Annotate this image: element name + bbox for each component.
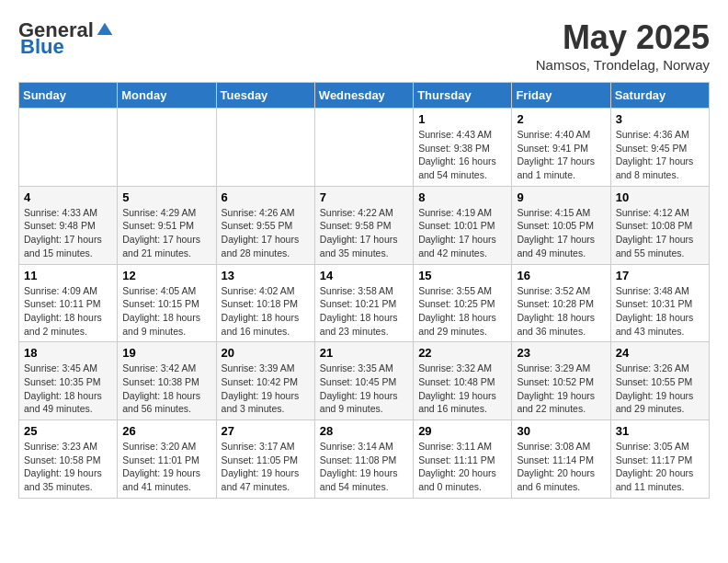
calendar-cell: 11Sunrise: 4:09 AMSunset: 10:11 PMDaylig… bbox=[19, 264, 118, 342]
day-info: Sunrise: 3:32 AMSunset: 10:48 PMDaylight… bbox=[418, 362, 506, 416]
day-number: 19 bbox=[122, 346, 210, 360]
logo-blue-text: Blue bbox=[20, 35, 64, 59]
day-number: 1 bbox=[418, 112, 506, 126]
calendar-cell: 13Sunrise: 4:02 AMSunset: 10:18 PMDaylig… bbox=[216, 264, 314, 342]
day-info: Sunrise: 3:20 AMSunset: 11:01 PMDaylight… bbox=[122, 440, 210, 494]
calendar-cell: 5Sunrise: 4:29 AMSunset: 9:51 PMDaylight… bbox=[118, 186, 216, 264]
day-number: 17 bbox=[616, 269, 704, 282]
logo: General Blue bbox=[18, 18, 114, 59]
day-info: Sunrise: 3:14 AMSunset: 11:08 PMDaylight… bbox=[320, 440, 408, 494]
calendar-cell: 6Sunrise: 4:26 AMSunset: 9:55 PMDaylight… bbox=[216, 186, 314, 264]
day-number: 15 bbox=[418, 269, 506, 282]
day-info: Sunrise: 4:09 AMSunset: 10:11 PMDaylight… bbox=[24, 284, 112, 339]
calendar-cell: 20Sunrise: 3:39 AMSunset: 10:42 PMDaylig… bbox=[216, 342, 314, 420]
day-info: Sunrise: 4:29 AMSunset: 9:51 PMDaylight:… bbox=[122, 206, 210, 260]
day-info: Sunrise: 4:15 AMSunset: 10:05 PMDaylight… bbox=[517, 206, 605, 260]
calendar-cell: 31Sunrise: 3:05 AMSunset: 11:17 PMDaylig… bbox=[610, 420, 709, 499]
calendar-cell: 26Sunrise: 3:20 AMSunset: 11:01 PMDaylig… bbox=[118, 420, 216, 499]
day-number: 6 bbox=[222, 190, 310, 204]
calendar-cell: 21Sunrise: 3:35 AMSunset: 10:45 PMDaylig… bbox=[314, 342, 413, 420]
day-info: Sunrise: 3:58 AMSunset: 10:21 PMDaylight… bbox=[320, 284, 408, 339]
day-number: 3 bbox=[616, 112, 704, 126]
logo-icon bbox=[96, 21, 114, 40]
day-number: 4 bbox=[24, 190, 112, 204]
weekday-header-monday: Monday bbox=[118, 83, 216, 109]
calendar-cell: 3Sunrise: 4:36 AMSunset: 9:45 PMDaylight… bbox=[610, 109, 709, 187]
day-number: 22 bbox=[418, 346, 506, 360]
day-number: 31 bbox=[616, 424, 704, 438]
day-number: 14 bbox=[320, 269, 408, 282]
weekday-header-saturday: Saturday bbox=[610, 83, 709, 109]
calendar-table: SundayMondayTuesdayWednesdayThursdayFrid… bbox=[18, 82, 710, 499]
calendar-cell: 15Sunrise: 3:55 AMSunset: 10:25 PMDaylig… bbox=[414, 264, 512, 342]
day-info: Sunrise: 4:40 AMSunset: 9:41 PMDaylight:… bbox=[517, 128, 605, 182]
week-row-2: 4Sunrise: 4:33 AMSunset: 9:48 PMDaylight… bbox=[19, 186, 710, 264]
day-number: 2 bbox=[517, 112, 605, 126]
day-info: Sunrise: 3:11 AMSunset: 11:11 PMDaylight… bbox=[418, 440, 506, 494]
calendar-cell: 30Sunrise: 3:08 AMSunset: 11:14 PMDaylig… bbox=[512, 420, 610, 499]
day-info: Sunrise: 3:42 AMSunset: 10:38 PMDaylight… bbox=[122, 362, 210, 416]
week-row-4: 18Sunrise: 3:45 AMSunset: 10:35 PMDaylig… bbox=[19, 342, 710, 420]
month-title: May 2025 bbox=[536, 18, 710, 57]
location: Namsos, Trondelag, Norway bbox=[536, 57, 710, 73]
weekday-header-sunday: Sunday bbox=[19, 83, 118, 109]
day-number: 5 bbox=[122, 190, 210, 204]
day-info: Sunrise: 4:33 AMSunset: 9:48 PMDaylight:… bbox=[24, 206, 112, 260]
title-section: May 2025 Namsos, Trondelag, Norway bbox=[536, 18, 710, 73]
day-info: Sunrise: 3:39 AMSunset: 10:42 PMDaylight… bbox=[222, 362, 310, 416]
calendar-cell: 8Sunrise: 4:19 AMSunset: 10:01 PMDayligh… bbox=[414, 186, 512, 264]
weekday-header-friday: Friday bbox=[512, 83, 610, 109]
day-number: 12 bbox=[122, 269, 210, 282]
weekday-header-tuesday: Tuesday bbox=[216, 83, 314, 109]
weekday-header-wednesday: Wednesday bbox=[314, 83, 413, 109]
calendar-cell: 14Sunrise: 3:58 AMSunset: 10:21 PMDaylig… bbox=[314, 264, 413, 342]
calendar-cell: 25Sunrise: 3:23 AMSunset: 10:58 PMDaylig… bbox=[19, 420, 118, 499]
day-number: 29 bbox=[418, 424, 506, 438]
day-number: 20 bbox=[222, 346, 310, 360]
calendar-cell: 24Sunrise: 3:26 AMSunset: 10:55 PMDaylig… bbox=[610, 342, 709, 420]
day-info: Sunrise: 3:17 AMSunset: 11:05 PMDaylight… bbox=[222, 440, 310, 494]
day-info: Sunrise: 3:52 AMSunset: 10:28 PMDaylight… bbox=[517, 284, 605, 339]
day-number: 13 bbox=[222, 269, 310, 282]
week-row-3: 11Sunrise: 4:09 AMSunset: 10:11 PMDaylig… bbox=[19, 264, 710, 342]
calendar-cell: 29Sunrise: 3:11 AMSunset: 11:11 PMDaylig… bbox=[414, 420, 512, 499]
day-info: Sunrise: 3:26 AMSunset: 10:55 PMDaylight… bbox=[616, 362, 704, 416]
day-info: Sunrise: 3:35 AMSunset: 10:45 PMDaylight… bbox=[320, 362, 408, 416]
week-row-5: 25Sunrise: 3:23 AMSunset: 10:58 PMDaylig… bbox=[19, 420, 710, 499]
day-number: 26 bbox=[122, 424, 210, 438]
calendar-cell: 1Sunrise: 4:43 AMSunset: 9:38 PMDaylight… bbox=[414, 109, 512, 187]
day-info: Sunrise: 3:08 AMSunset: 11:14 PMDaylight… bbox=[517, 440, 605, 494]
day-info: Sunrise: 3:29 AMSunset: 10:52 PMDaylight… bbox=[517, 362, 605, 416]
day-info: Sunrise: 3:48 AMSunset: 10:31 PMDaylight… bbox=[616, 284, 704, 339]
calendar-cell: 27Sunrise: 3:17 AMSunset: 11:05 PMDaylig… bbox=[216, 420, 314, 499]
day-number: 11 bbox=[24, 269, 112, 282]
calendar-cell bbox=[118, 109, 216, 187]
day-info: Sunrise: 4:36 AMSunset: 9:45 PMDaylight:… bbox=[616, 128, 704, 182]
weekday-header-thursday: Thursday bbox=[414, 83, 512, 109]
calendar-cell: 7Sunrise: 4:22 AMSunset: 9:58 PMDaylight… bbox=[314, 186, 413, 264]
day-info: Sunrise: 4:19 AMSunset: 10:01 PMDaylight… bbox=[418, 206, 506, 260]
page-header: General Blue May 2025 Namsos, Trondelag,… bbox=[18, 18, 710, 73]
day-info: Sunrise: 4:12 AMSunset: 10:08 PMDaylight… bbox=[616, 206, 704, 260]
day-number: 18 bbox=[24, 346, 112, 360]
day-info: Sunrise: 4:26 AMSunset: 9:55 PMDaylight:… bbox=[222, 206, 310, 260]
day-number: 25 bbox=[24, 424, 112, 438]
calendar-cell: 17Sunrise: 3:48 AMSunset: 10:31 PMDaylig… bbox=[610, 264, 709, 342]
calendar-cell: 4Sunrise: 4:33 AMSunset: 9:48 PMDaylight… bbox=[19, 186, 118, 264]
calendar-cell: 23Sunrise: 3:29 AMSunset: 10:52 PMDaylig… bbox=[512, 342, 610, 420]
day-number: 27 bbox=[222, 424, 310, 438]
day-number: 8 bbox=[418, 190, 506, 204]
day-info: Sunrise: 4:05 AMSunset: 10:15 PMDaylight… bbox=[122, 284, 210, 339]
day-info: Sunrise: 4:43 AMSunset: 9:38 PMDaylight:… bbox=[418, 128, 506, 182]
day-number: 24 bbox=[616, 346, 704, 360]
day-number: 10 bbox=[616, 190, 704, 204]
calendar-cell: 19Sunrise: 3:42 AMSunset: 10:38 PMDaylig… bbox=[118, 342, 216, 420]
calendar-cell: 18Sunrise: 3:45 AMSunset: 10:35 PMDaylig… bbox=[19, 342, 118, 420]
day-number: 7 bbox=[320, 190, 408, 204]
day-number: 30 bbox=[517, 424, 605, 438]
calendar-cell bbox=[19, 109, 118, 187]
day-info: Sunrise: 3:45 AMSunset: 10:35 PMDaylight… bbox=[24, 362, 112, 416]
day-info: Sunrise: 3:05 AMSunset: 11:17 PMDaylight… bbox=[616, 440, 704, 494]
day-info: Sunrise: 4:02 AMSunset: 10:18 PMDaylight… bbox=[222, 284, 310, 339]
day-info: Sunrise: 4:22 AMSunset: 9:58 PMDaylight:… bbox=[320, 206, 408, 260]
